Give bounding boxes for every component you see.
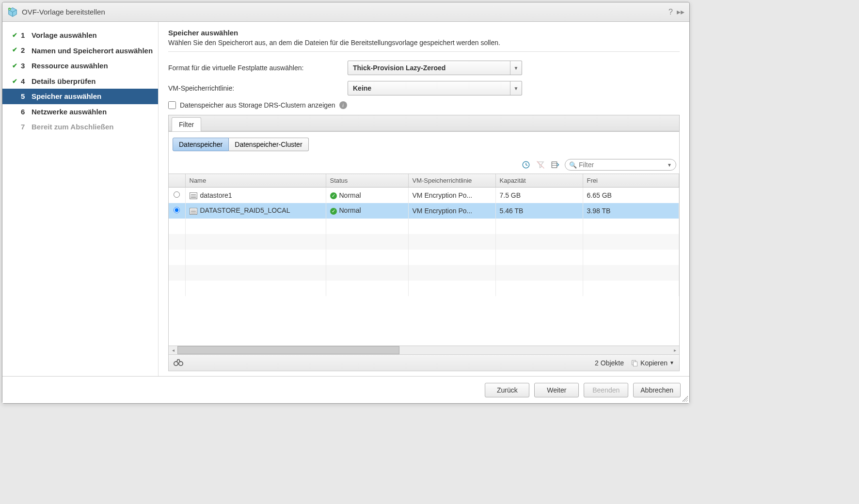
expand-icon[interactable]: ▸▸	[677, 7, 684, 16]
svg-rect-14	[633, 362, 637, 366]
page-description: Wählen Sie den Speicherort aus, an dem d…	[168, 39, 680, 47]
drs-cluster-label: Datenspeicher aus Storage DRS-Clustern a…	[180, 101, 335, 109]
scroll-left-icon[interactable]: ◂	[169, 347, 177, 353]
check-icon: ✔	[12, 78, 21, 85]
col-status[interactable]: Status	[326, 174, 408, 188]
titlebar: + OVF-Vorlage bereitstellen ? ▸▸	[2, 2, 689, 22]
copy-button[interactable]: Kopieren ▼	[631, 359, 674, 367]
table-row-empty	[169, 234, 679, 250]
table-row-empty	[169, 250, 679, 265]
next-button[interactable]: Weiter	[534, 383, 579, 397]
step-4[interactable]: ✔4Details überprüfen	[2, 74, 158, 89]
storage-policy-dropdown[interactable]: Keine ▼	[348, 81, 522, 95]
col-capacity[interactable]: Kapazität	[495, 174, 583, 188]
scroll-right-icon[interactable]: ▸	[670, 347, 679, 353]
step-1[interactable]: ✔1Vorlage auswählen	[2, 28, 158, 43]
ok-icon: ✓	[330, 192, 337, 199]
step-3[interactable]: ✔3Ressource auswählen	[2, 58, 158, 74]
datastore-table-container: Datenspeicher Datenspeicher-Cluster 🔍 ▼	[168, 131, 680, 371]
check-icon: ✔	[12, 32, 21, 39]
storage-policy-label: VM-Speicherrichtlinie:	[168, 84, 348, 92]
subtab-datastore-clusters[interactable]: Datenspeicher-Cluster	[229, 138, 308, 151]
dialog-title: OVF-Vorlage bereitstellen	[22, 8, 665, 16]
step-5[interactable]: ✔5Speicher auswählen	[2, 89, 158, 104]
col-radio	[169, 174, 185, 188]
divider	[168, 51, 680, 52]
wizard-steps-sidebar: ✔1Vorlage auswählen ✔2Namen und Speicher…	[2, 22, 159, 376]
drs-cluster-checkbox[interactable]	[168, 101, 176, 109]
table-row-empty	[169, 219, 679, 234]
chevron-down-icon[interactable]: ▼	[667, 162, 672, 168]
info-icon[interactable]: i	[339, 101, 347, 109]
chevron-down-icon: ▼	[510, 81, 522, 95]
back-button[interactable]: Zurück	[485, 383, 529, 397]
step-7: ✔7Bereit zum Abschließen	[2, 119, 158, 135]
svg-point-11	[174, 362, 178, 365]
filter-search-input[interactable]	[579, 161, 667, 169]
col-policy[interactable]: VM-Speicherrichtlinie	[408, 174, 495, 188]
filter-search-box[interactable]: 🔍 ▼	[565, 159, 676, 171]
filter-tabbar: Filter	[168, 115, 680, 131]
main-panel: Speicher auswählen Wählen Sie den Speich…	[159, 22, 689, 376]
datastore-radio[interactable]	[174, 191, 180, 198]
tab-filter[interactable]: Filter	[172, 117, 201, 131]
col-free[interactable]: Frei	[583, 174, 679, 188]
help-icon[interactable]: ?	[668, 8, 673, 16]
check-icon: ✔	[12, 46, 21, 53]
disk-format-row: Format für die virtuelle Festplatte ausw…	[168, 61, 680, 75]
table-row[interactable]: DATASTORE_RAID5_LOCAL ✓Normal VM Encrypt…	[169, 203, 679, 219]
col-name[interactable]: Name	[185, 174, 326, 188]
storage-policy-row: VM-Speicherrichtlinie: Keine ▼	[168, 81, 680, 95]
datastore-radio[interactable]	[174, 207, 180, 213]
find-icon[interactable]	[174, 358, 183, 368]
page-heading: Speicher auswählen	[168, 29, 680, 37]
chevron-down-icon: ▼	[669, 360, 674, 365]
disk-format-dropdown[interactable]: Thick-Provision Lazy-Zeroed ▼	[348, 61, 522, 75]
search-icon: 🔍	[569, 161, 577, 169]
copy-icon	[631, 359, 638, 367]
ovf-deploy-dialog: + OVF-Vorlage bereitstellen ? ▸▸ ✔1Vorla…	[2, 2, 690, 404]
svg-rect-8	[552, 162, 557, 168]
drs-cluster-checkbox-row[interactable]: Datenspeicher aus Storage DRS-Clustern a…	[168, 101, 680, 109]
table-body: Name Status VM-Speicherrichtlinie Kapazi…	[169, 173, 679, 346]
dialog-footer: Zurück Weiter Beenden Abbrechen	[2, 376, 689, 403]
dialog-body: ✔1Vorlage auswählen ✔2Namen und Speicher…	[2, 22, 689, 376]
table-row[interactable]: datastore1 ✓Normal VM Encryption Po... 7…	[169, 188, 679, 203]
disk-format-label: Format für die virtuelle Festplatte ausw…	[168, 64, 348, 72]
step-2[interactable]: ✔2Namen und Speicherort auswählen	[2, 43, 158, 59]
resize-grip-icon[interactable]	[682, 396, 688, 402]
chevron-down-icon: ▼	[510, 61, 522, 75]
svg-point-12	[179, 362, 183, 365]
subtab-datastores[interactable]: Datenspeicher	[173, 138, 229, 151]
datastore-table: Name Status VM-Speicherrichtlinie Kapazi…	[169, 173, 679, 296]
table-row-empty	[169, 281, 679, 296]
recent-icon[interactable]	[521, 160, 531, 170]
table-row-empty	[169, 265, 679, 281]
step-6[interactable]: ✔6Netzwerke auswählen	[2, 104, 158, 120]
ovf-icon: +	[7, 7, 18, 17]
datastore-icon	[190, 192, 197, 199]
check-icon: ✔	[12, 62, 21, 69]
clear-filter-icon[interactable]	[536, 160, 545, 170]
horizontal-scrollbar[interactable]: ◂ ▸	[169, 346, 679, 354]
columns-icon[interactable]	[550, 160, 560, 170]
cancel-button[interactable]: Abbrechen	[633, 383, 681, 397]
svg-text:+: +	[9, 8, 10, 11]
table-toolbar: 🔍 ▼	[169, 156, 679, 173]
ok-icon: ✓	[330, 208, 337, 215]
object-count: 2 Objekte	[595, 359, 624, 367]
datastore-icon	[190, 208, 197, 215]
finish-button: Beenden	[584, 383, 628, 397]
subtabs: Datenspeicher Datenspeicher-Cluster	[169, 132, 679, 156]
table-footer: 2 Objekte Kopieren ▼	[169, 354, 679, 371]
scroll-handle[interactable]	[177, 346, 399, 354]
